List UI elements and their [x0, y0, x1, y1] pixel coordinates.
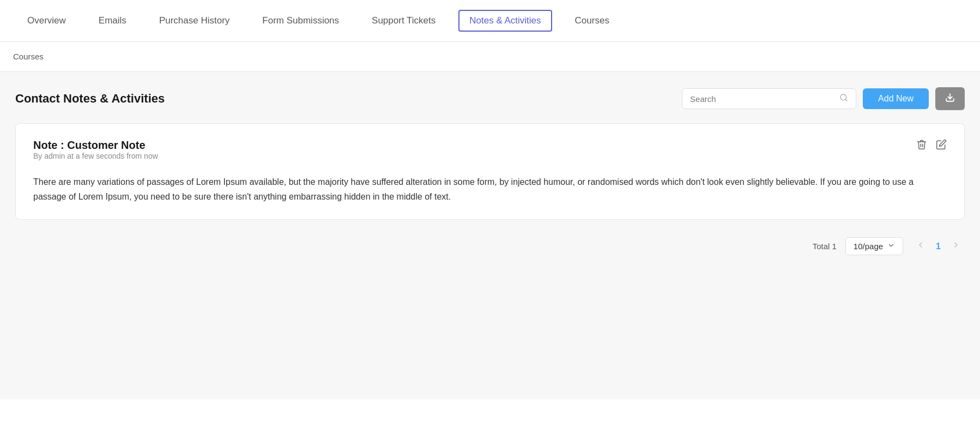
next-page-button[interactable]	[947, 238, 965, 254]
total-label: Total 1	[813, 242, 837, 251]
tab-courses[interactable]: Courses	[559, 0, 626, 41]
tab-overview[interactable]: Overview	[11, 0, 82, 41]
main-content: Contact Notes & Activities Add New	[0, 72, 980, 399]
note-actions	[916, 139, 947, 153]
download-button[interactable]	[935, 87, 965, 110]
search-input[interactable]	[690, 94, 835, 104]
search-icon	[839, 93, 848, 104]
tab-notes-activities[interactable]: Notes & Activities	[458, 10, 552, 32]
prev-page-button[interactable]	[912, 238, 929, 254]
delete-button[interactable]	[916, 139, 927, 153]
note-title-block: Note : Customer Note By admin at a few s…	[33, 139, 158, 171]
search-box	[682, 88, 856, 109]
tab-purchase-history[interactable]: Purchase History	[143, 0, 246, 41]
pagination-row: Total 1 10/page 1	[15, 237, 965, 255]
edit-button[interactable]	[936, 139, 947, 153]
per-page-select[interactable]: 10/page	[845, 237, 903, 255]
chevron-down-icon	[887, 242, 895, 251]
sub-nav-courses[interactable]: Courses	[13, 52, 44, 61]
note-title: Note : Customer Note	[33, 139, 158, 152]
note-header: Note : Customer Note By admin at a few s…	[33, 139, 947, 171]
sub-nav: Courses	[0, 42, 980, 72]
per-page-value: 10/page	[854, 242, 883, 251]
current-page: 1	[934, 242, 943, 251]
page-title: Contact Notes & Activities	[15, 92, 165, 106]
svg-line-1	[845, 99, 847, 101]
tab-support-tickets[interactable]: Support Tickets	[355, 0, 452, 41]
note-body: There are many variations of passages of…	[33, 175, 947, 204]
tab-form-submissions[interactable]: Form Submissions	[246, 0, 355, 41]
header-actions: Add New	[682, 87, 965, 110]
add-new-button[interactable]: Add New	[863, 88, 929, 109]
tab-emails[interactable]: Emails	[82, 0, 143, 41]
note-meta: By admin at a few seconds from now	[33, 152, 158, 160]
top-nav: Overview Emails Purchase History Form Su…	[0, 0, 980, 42]
pagination-nav: 1	[912, 238, 965, 254]
content-header: Contact Notes & Activities Add New	[15, 87, 965, 110]
note-card: Note : Customer Note By admin at a few s…	[15, 123, 965, 220]
download-icon	[945, 93, 955, 105]
